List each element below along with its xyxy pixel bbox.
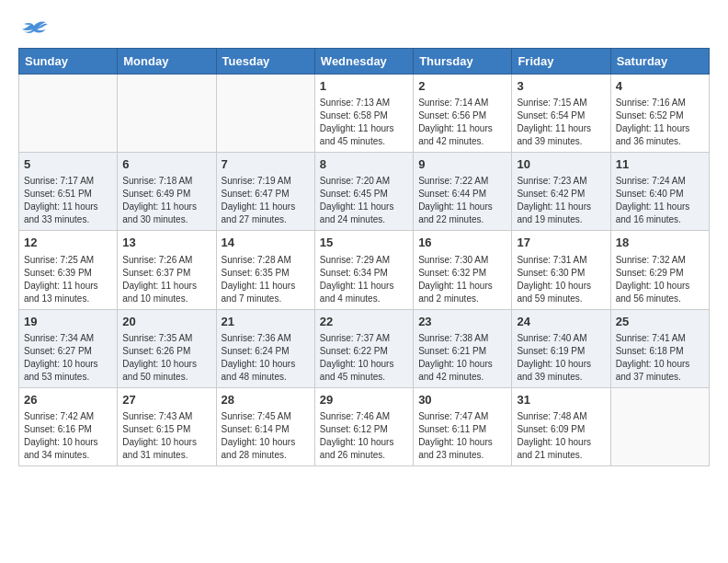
day-info: Sunrise: 7:25 AM Sunset: 6:39 PM Dayligh…: [24, 254, 112, 305]
day-number: 29: [320, 392, 408, 408]
day-info: Sunrise: 7:37 AM Sunset: 6:22 PM Dayligh…: [320, 332, 408, 384]
day-number: 23: [418, 314, 506, 330]
calendar-cell: 25Sunrise: 7:41 AM Sunset: 6:18 PM Dayli…: [610, 309, 709, 387]
logo: [18, 18, 48, 39]
day-number: 11: [616, 156, 704, 173]
day-info: Sunrise: 7:46 AM Sunset: 6:12 PM Dayligh…: [320, 410, 408, 462]
day-info: Sunrise: 7:32 AM Sunset: 6:29 PM Dayligh…: [616, 254, 704, 305]
calendar-cell: [118, 75, 216, 153]
day-info: Sunrise: 7:42 AM Sunset: 6:16 PM Dayligh…: [24, 410, 112, 462]
day-number: 20: [122, 314, 210, 330]
day-info: Sunrise: 7:38 AM Sunset: 6:21 PM Dayligh…: [418, 332, 506, 384]
week-row-1: 1Sunrise: 7:13 AM Sunset: 6:58 PM Daylig…: [19, 75, 710, 153]
calendar-cell: 22Sunrise: 7:37 AM Sunset: 6:22 PM Dayli…: [314, 309, 413, 387]
calendar-cell: 1Sunrise: 7:13 AM Sunset: 6:58 PM Daylig…: [314, 75, 413, 153]
day-number: 22: [320, 314, 408, 330]
day-info: Sunrise: 7:48 AM Sunset: 6:09 PM Dayligh…: [517, 410, 605, 462]
weekday-header-tuesday: Tuesday: [216, 49, 314, 75]
day-info: Sunrise: 7:14 AM Sunset: 6:56 PM Dayligh…: [418, 97, 506, 148]
day-info: Sunrise: 7:23 AM Sunset: 6:42 PM Dayligh…: [517, 175, 605, 226]
day-info: Sunrise: 7:16 AM Sunset: 6:52 PM Dayligh…: [616, 97, 704, 148]
calendar-cell: 15Sunrise: 7:29 AM Sunset: 6:34 PM Dayli…: [314, 231, 413, 309]
calendar-cell: 10Sunrise: 7:23 AM Sunset: 6:42 PM Dayli…: [512, 153, 610, 231]
day-info: Sunrise: 7:22 AM Sunset: 6:44 PM Dayligh…: [418, 175, 506, 226]
calendar-cell: 9Sunrise: 7:22 AM Sunset: 6:44 PM Daylig…: [414, 153, 512, 231]
week-row-4: 19Sunrise: 7:34 AM Sunset: 6:27 PM Dayli…: [19, 309, 710, 387]
day-number: 21: [222, 314, 310, 330]
calendar-cell: 11Sunrise: 7:24 AM Sunset: 6:40 PM Dayli…: [610, 153, 709, 231]
day-number: 14: [222, 235, 310, 251]
day-number: 26: [24, 392, 112, 408]
calendar-table: SundayMondayTuesdayWednesdayThursdayFrid…: [18, 48, 710, 466]
day-info: Sunrise: 7:24 AM Sunset: 6:40 PM Dayligh…: [616, 175, 704, 226]
calendar-cell: 24Sunrise: 7:40 AM Sunset: 6:19 PM Dayli…: [512, 309, 610, 387]
day-info: Sunrise: 7:30 AM Sunset: 6:32 PM Dayligh…: [418, 254, 506, 305]
calendar-cell: 21Sunrise: 7:36 AM Sunset: 6:24 PM Dayli…: [216, 309, 314, 387]
day-number: 5: [24, 156, 112, 173]
calendar-cell: 13Sunrise: 7:26 AM Sunset: 6:37 PM Dayli…: [118, 231, 216, 309]
day-number: 10: [517, 156, 605, 173]
day-info: Sunrise: 7:29 AM Sunset: 6:34 PM Dayligh…: [320, 254, 408, 305]
day-info: Sunrise: 7:28 AM Sunset: 6:35 PM Dayligh…: [222, 254, 310, 305]
day-info: Sunrise: 7:34 AM Sunset: 6:27 PM Dayligh…: [24, 332, 112, 384]
day-number: 7: [222, 156, 310, 173]
calendar-cell: 6Sunrise: 7:18 AM Sunset: 6:49 PM Daylig…: [118, 153, 216, 231]
calendar-cell: [610, 387, 709, 465]
day-info: Sunrise: 7:40 AM Sunset: 6:19 PM Dayligh…: [517, 332, 605, 384]
week-row-3: 12Sunrise: 7:25 AM Sunset: 6:39 PM Dayli…: [19, 231, 710, 309]
calendar-cell: 2Sunrise: 7:14 AM Sunset: 6:56 PM Daylig…: [414, 75, 512, 153]
day-number: 25: [616, 314, 704, 330]
day-number: 12: [24, 235, 112, 251]
page-header: [18, 18, 710, 39]
calendar-cell: 23Sunrise: 7:38 AM Sunset: 6:21 PM Dayli…: [414, 309, 512, 387]
day-info: Sunrise: 7:26 AM Sunset: 6:37 PM Dayligh…: [122, 254, 210, 305]
calendar-cell: 19Sunrise: 7:34 AM Sunset: 6:27 PM Dayli…: [19, 309, 118, 387]
day-number: 13: [122, 235, 210, 251]
day-number: 17: [517, 235, 605, 251]
calendar-cell: 4Sunrise: 7:16 AM Sunset: 6:52 PM Daylig…: [610, 75, 709, 153]
calendar-cell: 3Sunrise: 7:15 AM Sunset: 6:54 PM Daylig…: [512, 75, 610, 153]
calendar-cell: 16Sunrise: 7:30 AM Sunset: 6:32 PM Dayli…: [414, 231, 512, 309]
calendar-cell: [216, 75, 314, 153]
calendar-cell: 31Sunrise: 7:48 AM Sunset: 6:09 PM Dayli…: [512, 387, 610, 465]
calendar-cell: [19, 75, 118, 153]
day-number: 16: [418, 235, 506, 251]
day-info: Sunrise: 7:41 AM Sunset: 6:18 PM Dayligh…: [616, 332, 704, 384]
calendar-cell: 26Sunrise: 7:42 AM Sunset: 6:16 PM Dayli…: [19, 387, 118, 465]
calendar-cell: 28Sunrise: 7:45 AM Sunset: 6:14 PM Dayli…: [216, 387, 314, 465]
day-number: 6: [122, 156, 210, 173]
day-info: Sunrise: 7:17 AM Sunset: 6:51 PM Dayligh…: [24, 175, 112, 226]
weekday-header-friday: Friday: [512, 49, 610, 75]
day-info: Sunrise: 7:19 AM Sunset: 6:47 PM Dayligh…: [222, 175, 310, 226]
day-number: 30: [418, 392, 506, 408]
calendar-cell: 12Sunrise: 7:25 AM Sunset: 6:39 PM Dayli…: [19, 231, 118, 309]
day-info: Sunrise: 7:20 AM Sunset: 6:45 PM Dayligh…: [320, 175, 408, 226]
calendar-cell: 7Sunrise: 7:19 AM Sunset: 6:47 PM Daylig…: [216, 153, 314, 231]
day-number: 24: [517, 314, 605, 330]
day-info: Sunrise: 7:47 AM Sunset: 6:11 PM Dayligh…: [418, 410, 506, 462]
day-number: 15: [320, 235, 408, 251]
day-info: Sunrise: 7:35 AM Sunset: 6:26 PM Dayligh…: [122, 332, 210, 384]
day-number: 9: [418, 156, 506, 173]
calendar-cell: 5Sunrise: 7:17 AM Sunset: 6:51 PM Daylig…: [19, 153, 118, 231]
day-number: 8: [320, 156, 408, 173]
day-number: 2: [418, 78, 506, 95]
weekday-header-monday: Monday: [118, 49, 216, 75]
weekday-header-thursday: Thursday: [414, 49, 512, 75]
calendar-cell: 30Sunrise: 7:47 AM Sunset: 6:11 PM Dayli…: [414, 387, 512, 465]
week-row-5: 26Sunrise: 7:42 AM Sunset: 6:16 PM Dayli…: [19, 387, 710, 465]
day-number: 4: [616, 78, 704, 95]
day-number: 27: [122, 392, 210, 408]
weekday-header-row: SundayMondayTuesdayWednesdayThursdayFrid…: [19, 49, 710, 75]
calendar-cell: 18Sunrise: 7:32 AM Sunset: 6:29 PM Dayli…: [610, 231, 709, 309]
calendar-cell: 8Sunrise: 7:20 AM Sunset: 6:45 PM Daylig…: [314, 153, 413, 231]
calendar-cell: 29Sunrise: 7:46 AM Sunset: 6:12 PM Dayli…: [314, 387, 413, 465]
week-row-2: 5Sunrise: 7:17 AM Sunset: 6:51 PM Daylig…: [19, 153, 710, 231]
day-number: 18: [616, 235, 704, 251]
logo-bird-icon: [20, 18, 48, 39]
calendar-cell: 20Sunrise: 7:35 AM Sunset: 6:26 PM Dayli…: [118, 309, 216, 387]
weekday-header-saturday: Saturday: [610, 49, 709, 75]
day-info: Sunrise: 7:45 AM Sunset: 6:14 PM Dayligh…: [222, 410, 310, 462]
calendar-cell: 17Sunrise: 7:31 AM Sunset: 6:30 PM Dayli…: [512, 231, 610, 309]
day-number: 31: [517, 392, 605, 408]
